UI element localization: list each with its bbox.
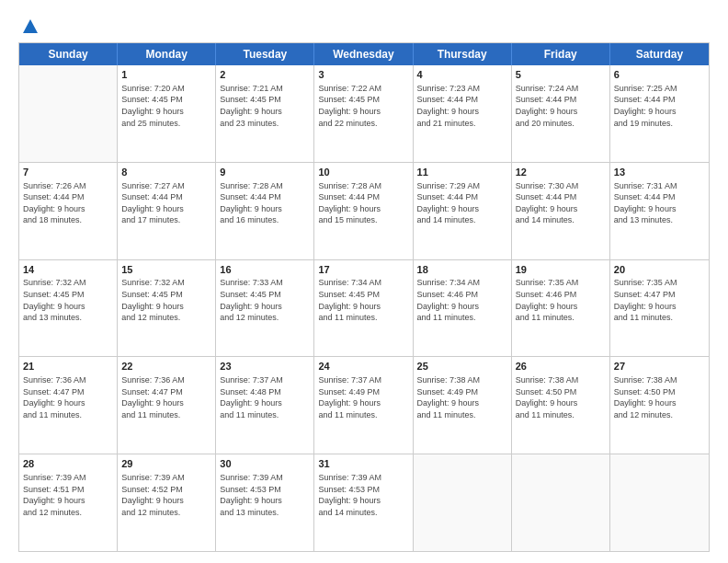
calendar-row-4: 28Sunrise: 7:39 AM Sunset: 4:51 PM Dayli… — [19, 454, 709, 551]
cell-info: Sunrise: 7:20 AM Sunset: 4:45 PM Dayligh… — [121, 83, 211, 129]
calendar-cell-4-3: 31Sunrise: 7:39 AM Sunset: 4:53 PM Dayli… — [314, 454, 413, 551]
calendar-cell-0-0 — [19, 65, 118, 162]
day-number: 2 — [220, 68, 310, 82]
cell-info: Sunrise: 7:34 AM Sunset: 4:45 PM Dayligh… — [318, 277, 408, 323]
cell-info: Sunrise: 7:39 AM Sunset: 4:53 PM Dayligh… — [220, 472, 310, 518]
day-number: 22 — [121, 360, 211, 373]
day-number: 4 — [417, 68, 507, 82]
cell-info: Sunrise: 7:36 AM Sunset: 4:47 PM Dayligh… — [23, 374, 113, 420]
calendar-cell-2-5: 19Sunrise: 7:35 AM Sunset: 4:46 PM Dayli… — [512, 260, 610, 357]
logo — [18, 17, 40, 33]
cell-info: Sunrise: 7:35 AM Sunset: 4:46 PM Dayligh… — [516, 277, 606, 323]
day-number: 1 — [121, 68, 211, 82]
cell-info: Sunrise: 7:22 AM Sunset: 4:45 PM Dayligh… — [318, 83, 408, 129]
cell-info: Sunrise: 7:35 AM Sunset: 4:47 PM Dayligh… — [614, 277, 705, 323]
day-number: 19 — [516, 263, 606, 277]
day-number: 30 — [220, 457, 310, 471]
day-number: 25 — [417, 360, 507, 373]
day-number: 29 — [121, 457, 211, 471]
calendar-cell-2-4: 18Sunrise: 7:34 AM Sunset: 4:46 PM Dayli… — [414, 260, 512, 357]
cell-info: Sunrise: 7:29 AM Sunset: 4:44 PM Dayligh… — [417, 180, 507, 226]
cell-info: Sunrise: 7:27 AM Sunset: 4:44 PM Dayligh… — [121, 180, 211, 226]
cell-info: Sunrise: 7:39 AM Sunset: 4:52 PM Dayligh… — [121, 472, 211, 518]
calendar-cell-1-4: 11Sunrise: 7:29 AM Sunset: 4:44 PM Dayli… — [414, 163, 512, 259]
calendar-row-3: 21Sunrise: 7:36 AM Sunset: 4:47 PM Dayli… — [19, 357, 709, 454]
cell-info: Sunrise: 7:38 AM Sunset: 4:50 PM Dayligh… — [516, 374, 606, 420]
calendar-row-1: 7Sunrise: 7:26 AM Sunset: 4:44 PM Daylig… — [19, 163, 709, 260]
calendar-cell-4-5 — [512, 454, 610, 551]
calendar: SundayMondayTuesdayWednesdayThursdayFrid… — [18, 42, 710, 552]
day-number: 12 — [516, 166, 606, 179]
cell-info: Sunrise: 7:24 AM Sunset: 4:44 PM Dayligh… — [516, 83, 606, 129]
calendar-cell-2-6: 20Sunrise: 7:35 AM Sunset: 4:47 PM Dayli… — [610, 260, 709, 357]
calendar-cell-3-5: 26Sunrise: 7:38 AM Sunset: 4:50 PM Dayli… — [512, 357, 610, 454]
day-number: 20 — [614, 263, 705, 277]
weekday-header-monday: Monday — [118, 43, 216, 65]
calendar-cell-2-2: 16Sunrise: 7:33 AM Sunset: 4:45 PM Dayli… — [216, 260, 314, 357]
day-number: 28 — [23, 457, 113, 471]
cell-info: Sunrise: 7:36 AM Sunset: 4:47 PM Dayligh… — [121, 374, 211, 420]
day-number: 15 — [121, 263, 211, 277]
cell-info: Sunrise: 7:21 AM Sunset: 4:45 PM Dayligh… — [220, 83, 310, 129]
calendar-cell-0-1: 1Sunrise: 7:20 AM Sunset: 4:45 PM Daylig… — [118, 65, 216, 162]
weekday-header-tuesday: Tuesday — [216, 43, 314, 65]
cell-info: Sunrise: 7:37 AM Sunset: 4:48 PM Dayligh… — [220, 374, 310, 420]
day-number: 8 — [121, 166, 211, 179]
cell-info: Sunrise: 7:30 AM Sunset: 4:44 PM Dayligh… — [516, 180, 606, 226]
cell-info: Sunrise: 7:33 AM Sunset: 4:45 PM Dayligh… — [220, 277, 310, 323]
day-number: 31 — [318, 457, 408, 471]
day-number: 10 — [318, 166, 408, 179]
day-number: 27 — [614, 360, 705, 373]
day-number: 9 — [220, 166, 310, 179]
calendar-row-2: 14Sunrise: 7:32 AM Sunset: 4:45 PM Dayli… — [19, 260, 709, 358]
day-number: 14 — [23, 263, 113, 277]
day-number: 7 — [23, 166, 113, 179]
calendar-cell-3-2: 23Sunrise: 7:37 AM Sunset: 4:48 PM Dayli… — [216, 357, 314, 454]
calendar-cell-0-4: 4Sunrise: 7:23 AM Sunset: 4:44 PM Daylig… — [414, 65, 512, 162]
calendar-cell-1-5: 12Sunrise: 7:30 AM Sunset: 4:44 PM Dayli… — [512, 163, 610, 259]
calendar-cell-1-2: 9Sunrise: 7:28 AM Sunset: 4:44 PM Daylig… — [216, 163, 314, 259]
cell-info: Sunrise: 7:38 AM Sunset: 4:50 PM Dayligh… — [614, 374, 705, 420]
day-number: 3 — [318, 68, 408, 82]
calendar-cell-3-1: 22Sunrise: 7:36 AM Sunset: 4:47 PM Dayli… — [118, 357, 216, 454]
calendar-cell-0-2: 2Sunrise: 7:21 AM Sunset: 4:45 PM Daylig… — [216, 65, 314, 162]
weekday-header-sunday: Sunday — [19, 43, 118, 65]
weekday-header-friday: Friday — [512, 43, 610, 65]
weekday-header-wednesday: Wednesday — [314, 43, 413, 65]
day-number: 5 — [516, 68, 606, 82]
calendar-cell-0-6: 6Sunrise: 7:25 AM Sunset: 4:44 PM Daylig… — [610, 65, 709, 162]
cell-info: Sunrise: 7:25 AM Sunset: 4:44 PM Dayligh… — [614, 83, 705, 129]
cell-info: Sunrise: 7:32 AM Sunset: 4:45 PM Dayligh… — [23, 277, 113, 323]
calendar-cell-3-0: 21Sunrise: 7:36 AM Sunset: 4:47 PM Dayli… — [19, 357, 118, 454]
day-number: 11 — [417, 166, 507, 179]
cell-info: Sunrise: 7:31 AM Sunset: 4:44 PM Dayligh… — [614, 180, 705, 226]
cell-info: Sunrise: 7:34 AM Sunset: 4:46 PM Dayligh… — [417, 277, 507, 323]
cell-info: Sunrise: 7:32 AM Sunset: 4:45 PM Dayligh… — [121, 277, 211, 323]
cell-info: Sunrise: 7:28 AM Sunset: 4:44 PM Dayligh… — [220, 180, 310, 226]
cell-info: Sunrise: 7:23 AM Sunset: 4:44 PM Dayligh… — [417, 83, 507, 129]
cell-info: Sunrise: 7:37 AM Sunset: 4:49 PM Dayligh… — [318, 374, 408, 420]
day-number: 23 — [220, 360, 310, 373]
cell-info: Sunrise: 7:38 AM Sunset: 4:49 PM Dayligh… — [417, 374, 507, 420]
calendar-cell-2-0: 14Sunrise: 7:32 AM Sunset: 4:45 PM Dayli… — [19, 260, 118, 357]
day-number: 6 — [614, 68, 705, 82]
calendar-cell-2-3: 17Sunrise: 7:34 AM Sunset: 4:45 PM Dayli… — [314, 260, 413, 357]
calendar-cell-4-0: 28Sunrise: 7:39 AM Sunset: 4:51 PM Dayli… — [19, 454, 118, 551]
calendar-cell-4-4 — [414, 454, 512, 551]
day-number: 16 — [220, 263, 310, 277]
day-number: 24 — [318, 360, 408, 373]
calendar-cell-2-1: 15Sunrise: 7:32 AM Sunset: 4:45 PM Dayli… — [118, 260, 216, 357]
calendar-cell-1-0: 7Sunrise: 7:26 AM Sunset: 4:44 PM Daylig… — [19, 163, 118, 259]
cell-info: Sunrise: 7:39 AM Sunset: 4:53 PM Dayligh… — [318, 472, 408, 518]
calendar-cell-4-1: 29Sunrise: 7:39 AM Sunset: 4:52 PM Dayli… — [118, 454, 216, 551]
calendar-cell-0-3: 3Sunrise: 7:22 AM Sunset: 4:45 PM Daylig… — [314, 65, 413, 162]
calendar-cell-0-5: 5Sunrise: 7:24 AM Sunset: 4:44 PM Daylig… — [512, 65, 610, 162]
page: SundayMondayTuesdayWednesdayThursdayFrid… — [0, 0, 728, 563]
logo-icon — [20, 17, 40, 37]
calendar-cell-4-2: 30Sunrise: 7:39 AM Sunset: 4:53 PM Dayli… — [216, 454, 314, 551]
day-number: 21 — [23, 360, 113, 373]
weekday-header-saturday: Saturday — [610, 43, 709, 65]
weekday-header-thursday: Thursday — [414, 43, 512, 65]
calendar-header: SundayMondayTuesdayWednesdayThursdayFrid… — [19, 43, 709, 65]
calendar-cell-3-4: 25Sunrise: 7:38 AM Sunset: 4:49 PM Dayli… — [414, 357, 512, 454]
